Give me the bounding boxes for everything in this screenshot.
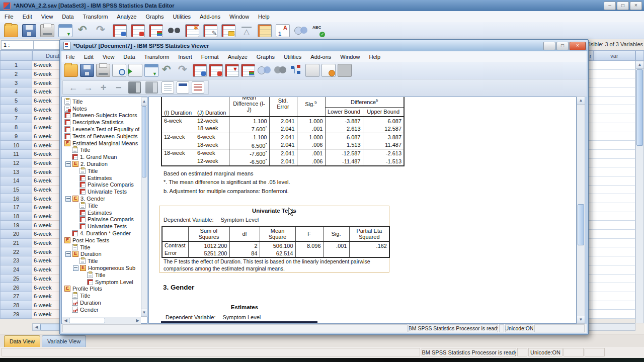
- empty-cell[interactable]: [593, 283, 635, 292]
- demote-icon[interactable]: [82, 81, 95, 94]
- oms-icon[interactable]: [289, 64, 303, 77]
- row-number[interactable]: 1: [0, 61, 32, 70]
- collapse-minus-icon[interactable]: [65, 161, 71, 167]
- duration-cell[interactable]: 6-week: [32, 150, 60, 159]
- tab-data-view[interactable]: Data View: [4, 335, 40, 347]
- empty-cell[interactable]: [593, 87, 635, 97]
- row-number[interactable]: 24: [0, 265, 32, 275]
- row-number[interactable]: 5: [0, 97, 32, 106]
- duration-cell[interactable]: 6-week: [32, 310, 60, 319]
- menu-data[interactable]: Data: [57, 12, 78, 22]
- outline-item-title[interactable]: Title: [62, 292, 139, 299]
- undo-icon[interactable]: [160, 64, 175, 77]
- outline-item-estimates[interactable]: Estimates: [62, 174, 139, 182]
- row-number[interactable]: 10: [0, 141, 32, 150]
- outline-item-pairwise-comparis[interactable]: Pairwise Comparis: [62, 182, 139, 189]
- empty-cell[interactable]: [593, 176, 635, 186]
- duration-cell[interactable]: 6-week: [32, 167, 60, 176]
- split-file-icon[interactable]: [221, 24, 235, 37]
- menu-window[interactable]: Window: [336, 52, 364, 62]
- menu-transform[interactable]: Transform: [78, 12, 113, 22]
- menu-utilities[interactable]: Utilities: [169, 12, 195, 22]
- goto-variable-icon[interactable]: [209, 64, 223, 77]
- empty-cell[interactable]: [593, 132, 635, 141]
- outline-item-2-duration[interactable]: 2. Duration: [62, 160, 139, 167]
- univariate-tests-table[interactable]: Sum of Squares df Mean Square F Sig. Par…: [162, 226, 390, 258]
- empty-cell[interactable]: [593, 186, 635, 195]
- duration-cell[interactable]: 6-week: [32, 301, 60, 310]
- insert-object-icon[interactable]: [305, 64, 319, 77]
- menu-window[interactable]: Window: [225, 12, 254, 22]
- redo-icon[interactable]: [95, 24, 109, 37]
- outline-item-title[interactable]: Title: [62, 272, 139, 279]
- row-number[interactable]: 28: [0, 301, 32, 310]
- outline-item-gender[interactable]: Gender: [62, 306, 139, 313]
- print-preview-icon[interactable]: [112, 64, 126, 77]
- duration-cell[interactable]: 6-week: [32, 114, 60, 123]
- menu-utilities[interactable]: Utilities: [279, 52, 306, 62]
- viewer-titlebar[interactable]: *Output7 [Document7] - IBM SPSS Statisti…: [60, 40, 588, 51]
- empty-cell[interactable]: [593, 61, 635, 70]
- menu-format[interactable]: Format: [197, 52, 223, 62]
- row-number[interactable]: 25: [0, 275, 32, 284]
- weight-cases-icon[interactable]: [239, 24, 254, 37]
- row-number[interactable]: 18: [0, 212, 32, 221]
- empty-cell[interactable]: [593, 265, 635, 275]
- outline-item-duration[interactable]: Duration: [62, 299, 139, 306]
- empty-cell[interactable]: [593, 212, 635, 221]
- duration-cell[interactable]: 6-week: [32, 265, 60, 275]
- open-icon[interactable]: [4, 24, 18, 37]
- save-icon[interactable]: [22, 24, 36, 37]
- outline-item-3-gender[interactable]: 3. Gender: [62, 195, 139, 202]
- column-header-duration[interactable]: Durat: [32, 50, 60, 61]
- duration-cell[interactable]: 6-week: [32, 87, 60, 97]
- outline-item-descriptive-statistics[interactable]: Descriptive Statistics: [62, 119, 139, 126]
- value-labels-icon[interactable]: [276, 24, 290, 37]
- editor-vscroll-thumb[interactable]: [636, 69, 643, 146]
- pairwise-comparisons-table[interactable]: (I) Duration (J) Duration Mean Differenc…: [161, 97, 405, 166]
- scroll-up-icon[interactable]: ▲: [141, 98, 147, 106]
- empty-cell[interactable]: [593, 150, 635, 159]
- row-number[interactable]: 20: [0, 230, 32, 239]
- row-number[interactable]: 9: [0, 132, 32, 141]
- scroll-up-icon[interactable]: ▲: [577, 97, 585, 105]
- outline-item-homogeneous-sub[interactable]: Homogeneous Sub: [62, 264, 139, 272]
- duration-cell[interactable]: 6-week: [32, 132, 60, 141]
- menu-add-ons[interactable]: Add-ons: [306, 52, 336, 62]
- recall-dialogs-icon[interactable]: [144, 64, 158, 77]
- outline-vscroll-thumb[interactable]: [142, 106, 146, 177]
- row-number[interactable]: 15: [0, 186, 32, 195]
- menu-add-ons[interactable]: Add-ons: [195, 12, 225, 22]
- outline-item-title[interactable]: Title: [62, 98, 139, 105]
- menu-transform[interactable]: Transform: [140, 52, 174, 62]
- empty-cell[interactable]: [593, 310, 635, 319]
- outline-item-profile-plots[interactable]: Profile Plots: [62, 286, 139, 293]
- scroll-left-icon[interactable]: ◀: [62, 318, 69, 323]
- menu-help[interactable]: Help: [254, 12, 274, 22]
- column-header-var[interactable]: var: [593, 50, 635, 61]
- row-number[interactable]: 3: [0, 78, 32, 87]
- empty-cell[interactable]: [593, 78, 635, 87]
- duration-cell[interactable]: 6-week: [32, 212, 60, 221]
- duration-cell[interactable]: 6-week: [32, 275, 60, 284]
- outline-item-title[interactable]: Title: [62, 167, 139, 174]
- collapse-minus-icon[interactable]: [65, 251, 71, 257]
- empty-cell[interactable]: [593, 141, 635, 150]
- duration-cell[interactable]: 6-week: [32, 283, 60, 292]
- export-icon[interactable]: [128, 64, 142, 77]
- outline-item-univariate-tests[interactable]: Univariate Tests: [62, 188, 139, 195]
- outline-item-post-hoc-tests[interactable]: Post Hoc Tests: [62, 237, 139, 244]
- outline-item-estimates[interactable]: Estimates: [62, 209, 139, 216]
- duration-cell[interactable]: 6-week: [32, 256, 60, 265]
- duration-cell[interactable]: 6-week: [32, 239, 60, 248]
- menu-file[interactable]: File: [0, 12, 18, 22]
- grid-corner-cell[interactable]: [0, 50, 32, 61]
- outline-item-tests-of-between-subjects-e[interactable]: Tests of Between-Subjects E: [62, 133, 139, 140]
- outline-hscroll-thumb[interactable]: [69, 318, 105, 323]
- expand-icon[interactable]: [97, 81, 110, 94]
- outline-item-title[interactable]: Title: [62, 147, 139, 154]
- variables-icon[interactable]: [241, 64, 255, 77]
- undo-icon[interactable]: [76, 24, 91, 37]
- collapse-icon[interactable]: [112, 81, 125, 94]
- insert-title-icon[interactable]: [177, 81, 189, 94]
